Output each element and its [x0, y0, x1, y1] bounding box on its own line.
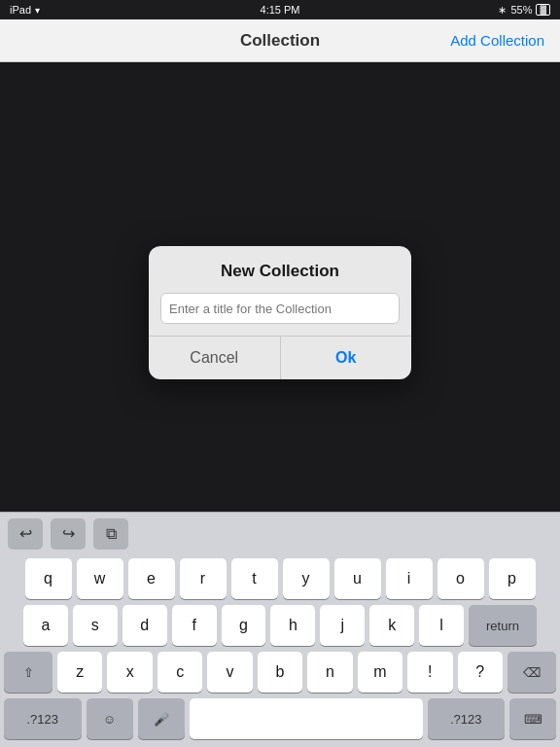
cancel-button[interactable]: Cancel: [149, 337, 281, 379]
status-left: iPad ▾: [10, 4, 40, 16]
key-a[interactable]: a: [23, 605, 68, 646]
add-collection-button[interactable]: Add Collection: [450, 32, 544, 49]
keyboard-row-3: ⇧ z x c v b n m ! ? ⌫: [4, 652, 556, 693]
key-g[interactable]: g: [222, 605, 266, 646]
key-f[interactable]: f: [172, 605, 217, 646]
key-question[interactable]: ?: [458, 652, 503, 693]
shift-key[interactable]: ⇧: [4, 652, 52, 693]
keyboard-toolbar: ↩ ↪ ⧉: [0, 512, 560, 554]
status-time: 4:15 PM: [261, 4, 300, 16]
emoji-key[interactable]: ☺: [87, 698, 133, 739]
ok-button[interactable]: Ok: [281, 337, 412, 379]
undo-button[interactable]: ↩: [8, 518, 43, 550]
key-b[interactable]: b: [258, 652, 302, 693]
key-v[interactable]: v: [207, 652, 252, 693]
key-j[interactable]: j: [320, 605, 365, 646]
key-y[interactable]: y: [283, 558, 330, 599]
key-t[interactable]: t: [231, 558, 278, 599]
keyboard-container: ↩ ↪ ⧉ q w e r t y u i o p a s d f g h j …: [0, 512, 560, 747]
keyboard: q w e r t y u i o p a s d f g h j k l re…: [0, 554, 560, 743]
key-k[interactable]: k: [369, 605, 414, 646]
key-h[interactable]: h: [270, 605, 315, 646]
key-u[interactable]: u: [334, 558, 381, 599]
key-n[interactable]: n: [307, 652, 352, 693]
return-key[interactable]: return: [469, 605, 537, 646]
battery-label: 55%: [510, 4, 532, 16]
device-label: iPad: [10, 4, 31, 16]
keyboard-hide-key[interactable]: ⌨: [509, 698, 556, 739]
wifi-icon: ▾: [35, 5, 40, 16]
key-d[interactable]: d: [122, 605, 167, 646]
key-l[interactable]: l: [419, 605, 464, 646]
key-i[interactable]: i: [386, 558, 433, 599]
key-c[interactable]: c: [158, 652, 202, 693]
status-bar: iPad ▾ 4:15 PM ∗ 55% ▓: [0, 0, 560, 19]
copy-button[interactable]: ⧉: [93, 518, 128, 550]
key-exclaim[interactable]: !: [407, 652, 452, 693]
key-s[interactable]: s: [73, 605, 118, 646]
collection-title-input[interactable]: [160, 293, 400, 324]
key-q[interactable]: q: [25, 558, 72, 599]
key-p[interactable]: p: [489, 558, 536, 599]
redo-button[interactable]: ↪: [51, 518, 86, 550]
key-w[interactable]: w: [77, 558, 123, 599]
mic-key[interactable]: 🎤: [138, 698, 185, 739]
space-key[interactable]: [190, 698, 423, 739]
key-z[interactable]: z: [57, 652, 102, 693]
numbers-key-right[interactable]: .?123: [428, 698, 506, 739]
bluetooth-icon: ∗: [498, 4, 507, 17]
nav-bar: Collection Add Collection: [0, 19, 560, 62]
dialog-title-area: New Collection: [149, 246, 411, 293]
key-r[interactable]: r: [180, 558, 227, 599]
dialog-overlay: New Collection Cancel Ok: [0, 62, 560, 563]
dialog-buttons: Cancel Ok: [149, 336, 411, 379]
key-m[interactable]: m: [358, 652, 402, 693]
dialog-input-area: [149, 293, 411, 336]
numbers-key-left[interactable]: .?123: [4, 698, 82, 739]
key-x[interactable]: x: [107, 652, 152, 693]
nav-title: Collection: [240, 31, 320, 51]
keyboard-bottom: [0, 743, 560, 747]
dialog-title: New Collection: [221, 262, 339, 280]
backspace-key[interactable]: ⌫: [508, 652, 556, 693]
keyboard-row-2: a s d f g h j k l return: [4, 605, 556, 646]
keyboard-row-4: .?123 ☺ 🎤 .?123 ⌨: [4, 698, 556, 739]
key-e[interactable]: e: [128, 558, 175, 599]
keyboard-row-1: q w e r t y u i o p: [4, 558, 556, 599]
key-o[interactable]: o: [438, 558, 484, 599]
battery-icon: ▓: [536, 4, 550, 16]
main-content: New Collection Cancel Ok: [0, 62, 560, 563]
status-right: ∗ 55% ▓: [498, 4, 550, 17]
new-collection-dialog: New Collection Cancel Ok: [149, 246, 411, 379]
